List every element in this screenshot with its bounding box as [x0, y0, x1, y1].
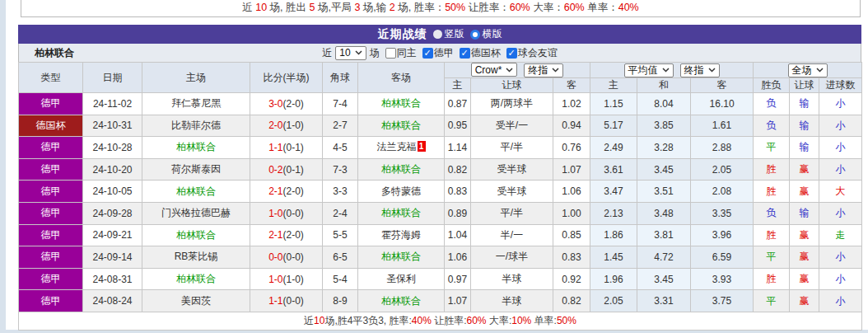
- match-score[interactable]: 2-1(2-0): [250, 181, 323, 203]
- view-option-vertical[interactable]: 竖版: [433, 27, 464, 41]
- previous-table-summary: 近 10 场, 胜出 5 场,平局 3 场,输 2 场, 胜率：50% 让胜率：…: [21, 0, 861, 17]
- halftime-score: (2-0): [283, 229, 304, 241]
- team-name[interactable]: 柏林联合: [176, 229, 216, 241]
- match-score[interactable]: 1-1(0-1): [250, 137, 323, 159]
- result-handicap: 赢: [790, 224, 819, 246]
- team-name[interactable]: 美因茨: [181, 295, 211, 307]
- average-final-odds-select[interactable]: 终指: [680, 63, 720, 77]
- team-name[interactable]: 柏林联合: [176, 141, 216, 152]
- team-name[interactable]: 拜仁慕尼黑: [171, 97, 221, 109]
- away-team[interactable]: 柏林联合: [358, 158, 445, 181]
- col-header-type: 类型: [19, 63, 83, 93]
- team-name[interactable]: 柏林联合: [176, 185, 216, 197]
- team-name[interactable]: 柏林联合: [381, 97, 421, 109]
- home-team[interactable]: 荷尔斯泰因: [142, 158, 250, 181]
- team-name[interactable]: 霍芬海姆: [381, 229, 421, 241]
- crown-home-odds: 1.06: [445, 246, 471, 269]
- dfb-pokal-checkbox[interactable]: [460, 48, 470, 59]
- crown-home-odds: 1.07: [445, 290, 471, 312]
- table-footer-summary: 近10场,胜4平3负3, 胜率:40% 让胜率:60% 大率:10% 单率:50…: [19, 312, 862, 330]
- team-name[interactable]: 柏林联合: [381, 295, 421, 307]
- result-handicap: 赢: [790, 246, 819, 269]
- match-row: 德甲24-10-05柏林联合2-1(2-0)3-3多特蒙德0.83受半球1.06…: [19, 181, 862, 203]
- halftime-score: (0-0): [283, 251, 304, 263]
- away-team[interactable]: 柏林联合: [358, 115, 445, 137]
- away-team[interactable]: 霍芬海姆: [358, 224, 445, 246]
- match-score[interactable]: 3-0(2-0): [250, 93, 323, 115]
- away-team[interactable]: 柏林联合: [358, 246, 445, 269]
- result-handicap: 赢: [790, 158, 819, 181]
- team-name[interactable]: 法兰克福: [377, 141, 417, 152]
- away-team[interactable]: 圣保利: [358, 268, 445, 290]
- match-score[interactable]: 0-2(0-1): [250, 158, 323, 181]
- corners: 2-4: [323, 202, 358, 224]
- handicap-line: 一/球半: [471, 246, 553, 269]
- away-team[interactable]: 法兰克福1: [358, 137, 445, 159]
- average-select-value: 平均值: [628, 63, 658, 77]
- full-match-select[interactable]: 全场: [788, 63, 828, 77]
- team-name[interactable]: 柏林联合: [381, 163, 421, 175]
- away-team[interactable]: 多特蒙德: [358, 181, 445, 203]
- same-home-checkbox[interactable]: [385, 48, 396, 59]
- match-date: 24-11-02: [83, 93, 142, 115]
- away-team[interactable]: 柏林联合: [358, 290, 445, 312]
- corners: 7-4: [323, 93, 358, 115]
- team-name[interactable]: 柏林联合: [381, 251, 421, 262]
- sub-header-avg-away: 客: [691, 78, 754, 93]
- result-goals: 小: [819, 115, 862, 137]
- team-name[interactable]: 门兴格拉德巴赫: [161, 207, 231, 218]
- league-badge: 德甲: [19, 158, 83, 181]
- view-option-horizontal[interactable]: 横版: [470, 27, 502, 41]
- home-team[interactable]: 柏林联合: [142, 224, 250, 246]
- halftime-score: (2-0): [283, 185, 304, 197]
- home-team[interactable]: 门兴格拉德巴赫: [142, 202, 250, 224]
- home-team[interactable]: 美因茨: [142, 290, 250, 312]
- match-score[interactable]: 1-0(0-0): [250, 202, 323, 224]
- club-friendly-checkbox[interactable]: [506, 48, 517, 59]
- summary-stat-label: 场,输: [360, 2, 389, 13]
- crown-away-odds: 1.06: [553, 181, 590, 203]
- col-header-home: 主场: [142, 63, 250, 93]
- team-name[interactable]: 柏林联合: [381, 120, 421, 131]
- home-team[interactable]: RB莱比锡: [142, 246, 250, 269]
- away-team[interactable]: 柏林联合: [358, 202, 445, 224]
- team-name[interactable]: RB莱比锡: [175, 251, 218, 262]
- team-name[interactable]: 荷尔斯泰因: [171, 163, 221, 175]
- home-team[interactable]: 拜仁慕尼黑: [142, 93, 250, 115]
- avg-home-odds: 1.15: [590, 93, 637, 115]
- match-score[interactable]: 2-1(2-0): [250, 224, 323, 246]
- crown-final-odds-select[interactable]: 终指: [524, 63, 563, 77]
- team-name[interactable]: 圣保利: [386, 273, 416, 284]
- fulltime-score: 0-2: [268, 164, 282, 176]
- match-score[interactable]: 0-0(0-0): [250, 246, 323, 269]
- average-odds-select[interactable]: 平均值: [624, 63, 674, 77]
- match-score[interactable]: 2-0(1-0): [250, 115, 323, 137]
- away-team[interactable]: 柏林联合: [358, 93, 445, 115]
- team-name[interactable]: 柏林联合: [381, 207, 421, 218]
- match-row: 德国杯24-10-31比勒菲尔德2-0(1-0)2-7柏林联合0.95受半/一0…: [19, 115, 862, 137]
- match-count-select[interactable]: 10: [335, 46, 366, 60]
- sub-header-result-handicap: 让球: [790, 78, 819, 93]
- result-goals: 大: [819, 181, 862, 203]
- team-name[interactable]: 柏林联合: [176, 273, 216, 284]
- col-header-score: 比分(半场): [250, 63, 323, 93]
- home-team[interactable]: 柏林联合: [142, 268, 250, 290]
- match-score[interactable]: 1-1(0-0): [250, 290, 323, 312]
- team-name[interactable]: 多特蒙德: [381, 185, 421, 197]
- radio-selected-icon[interactable]: [470, 30, 480, 40]
- chevron-down-icon: [708, 68, 716, 73]
- bundesliga-checkbox[interactable]: [422, 48, 433, 59]
- home-team[interactable]: 柏林联合: [142, 137, 250, 159]
- home-team[interactable]: 比勒菲尔德: [142, 115, 250, 137]
- team-name[interactable]: 比勒菲尔德: [171, 120, 221, 131]
- result-goals: 小: [819, 158, 862, 181]
- crown-bookmaker-select[interactable]: Crow*: [471, 63, 518, 77]
- result-outcome: 负: [754, 93, 790, 115]
- header-selects-row: 类型 日期 主场 比分(半场) 角球 客场 Crow* 终指: [19, 63, 862, 78]
- halftime-score: (0-1): [283, 164, 304, 176]
- home-team[interactable]: 柏林联合: [142, 181, 250, 203]
- radio-unselected-icon[interactable]: [433, 30, 442, 39]
- fulltime-score: 2-1: [268, 185, 282, 197]
- col-header-away: 客场: [358, 63, 445, 93]
- match-score[interactable]: 1-0(1-0): [250, 268, 323, 290]
